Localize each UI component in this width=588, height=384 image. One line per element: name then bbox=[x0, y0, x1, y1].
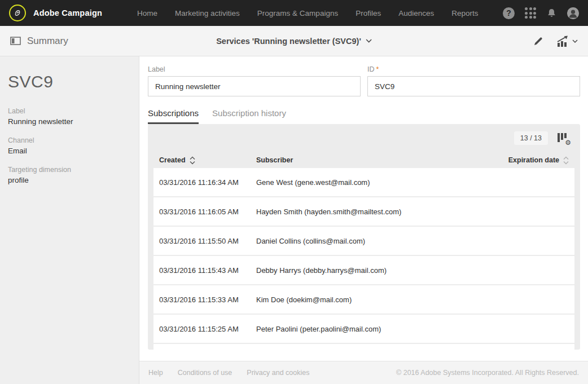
tab-subscriptions[interactable]: Subscriptions bbox=[148, 108, 199, 124]
footer-link-conditions[interactable]: Conditions of use bbox=[178, 369, 232, 377]
sub-header: Summary Services 'Running newsletter (SV… bbox=[0, 26, 588, 56]
table-row[interactable]: 03/31/2016 11:15:33 AM Kim Doe (doekim@m… bbox=[153, 285, 574, 314]
page-title: Services 'Running newsletter (SVC9)' bbox=[216, 37, 361, 46]
copyright-notice: © 2016 Adobe Systems Incorporated. All R… bbox=[396, 369, 579, 377]
notifications-bell-icon[interactable] bbox=[546, 8, 557, 19]
sidebar-field-channel: Channel Email bbox=[8, 136, 131, 155]
nav-item-audiences[interactable]: Audiences bbox=[398, 9, 434, 17]
sort-icon bbox=[563, 156, 569, 165]
summary-section-button[interactable]: Summary bbox=[10, 36, 68, 47]
service-id-heading: SVC9 bbox=[8, 72, 131, 91]
sort-icon bbox=[190, 156, 195, 165]
tab-subscription-history[interactable]: Subscription history bbox=[212, 108, 286, 124]
content-area: SVC9 Label Running newsletter Channel Em… bbox=[0, 56, 588, 384]
table-row-partial[interactable] bbox=[153, 344, 574, 350]
adobe-campaign-logo-icon[interactable] bbox=[9, 5, 26, 21]
nav-item-programs-campaigns[interactable]: Programs & Campaigns bbox=[257, 9, 338, 17]
chevron-down-icon bbox=[572, 39, 578, 43]
configure-columns-button[interactable]: ⚙ bbox=[557, 133, 569, 144]
table-toolbar: 13 / 13 ⚙ bbox=[148, 124, 580, 152]
summary-sidebar: SVC9 Label Running newsletter Channel Em… bbox=[0, 56, 139, 384]
gear-icon: ⚙ bbox=[565, 139, 571, 146]
main-panel: Label ID* Subscriptions Subscription his… bbox=[139, 56, 588, 384]
nav-item-home[interactable]: Home bbox=[137, 9, 157, 17]
column-header-expiration-date[interactable]: Expiration date bbox=[479, 156, 569, 165]
table-row[interactable]: 03/31/2016 11:15:43 AM Debby Harrys (deb… bbox=[153, 256, 574, 284]
required-asterisk: * bbox=[376, 65, 379, 73]
column-header-subscriber: Subscriber bbox=[256, 156, 479, 164]
service-form: Label ID* bbox=[139, 56, 588, 96]
footer-links: Help Conditions of use Privacy and cooki… bbox=[148, 369, 309, 377]
footer-link-help[interactable]: Help bbox=[148, 369, 163, 377]
chevron-down-icon bbox=[366, 39, 372, 43]
table-body: 03/31/2016 11:16:34 AM Gene West (gene.w… bbox=[153, 168, 574, 343]
record-count-badge: 13 / 13 bbox=[514, 131, 548, 145]
id-field-label: ID* bbox=[367, 65, 580, 73]
subscriptions-panel: 13 / 13 ⚙ Created bbox=[148, 124, 580, 350]
reports-dropdown-button[interactable] bbox=[556, 36, 578, 47]
page-title-dropdown[interactable]: Services 'Running newsletter (SVC9)' bbox=[216, 37, 372, 46]
topbar-icons: ? bbox=[503, 7, 579, 19]
nav-item-profiles[interactable]: Profiles bbox=[356, 9, 381, 17]
id-input[interactable] bbox=[367, 76, 580, 96]
sidebar-field-label: Label Running newsletter bbox=[8, 107, 131, 126]
user-avatar[interactable] bbox=[567, 7, 579, 19]
sidebar-field-targeting-dimension: Targeting dimension profile bbox=[8, 166, 131, 184]
table-row[interactable]: 03/31/2016 11:16:34 AM Gene West (gene.w… bbox=[153, 168, 574, 196]
label-field-label: Label bbox=[148, 65, 361, 73]
top-navigation-bar: Adobe Campaign Home Marketing activities… bbox=[0, 0, 588, 26]
nav-item-marketing-activities[interactable]: Marketing activities bbox=[175, 9, 240, 17]
edit-pencil-icon[interactable] bbox=[533, 36, 543, 46]
tab-bar: Subscriptions Subscription history bbox=[139, 108, 588, 124]
table-row[interactable]: 03/31/2016 11:15:50 AM Daniel Collins (c… bbox=[153, 227, 574, 255]
apps-grid-icon[interactable] bbox=[525, 7, 536, 19]
primary-nav: Home Marketing activities Programs & Cam… bbox=[137, 9, 478, 17]
column-header-created[interactable]: Created bbox=[159, 156, 256, 165]
help-icon[interactable]: ? bbox=[503, 7, 515, 19]
table-row[interactable]: 03/31/2016 11:16:05 AM Hayden Smith (hay… bbox=[153, 197, 574, 226]
subheader-actions bbox=[533, 36, 578, 47]
nav-item-reports[interactable]: Reports bbox=[451, 9, 478, 17]
footer-link-privacy[interactable]: Privacy and cookies bbox=[247, 369, 309, 377]
table-row[interactable]: 03/31/2016 11:15:25 AM Peter Paolini (pe… bbox=[153, 315, 574, 343]
summary-layout-icon bbox=[10, 37, 21, 45]
table-header: Created Subscriber Expiration date bbox=[148, 152, 580, 168]
label-input[interactable] bbox=[148, 76, 361, 96]
summary-label: Summary bbox=[27, 36, 68, 47]
label-field-group: Label bbox=[148, 65, 361, 96]
id-field-group: ID* bbox=[367, 65, 580, 96]
footer: Help Conditions of use Privacy and cooki… bbox=[139, 361, 588, 384]
app-title: Adobe Campaign bbox=[33, 8, 102, 17]
bar-chart-arrow-icon bbox=[556, 36, 569, 47]
